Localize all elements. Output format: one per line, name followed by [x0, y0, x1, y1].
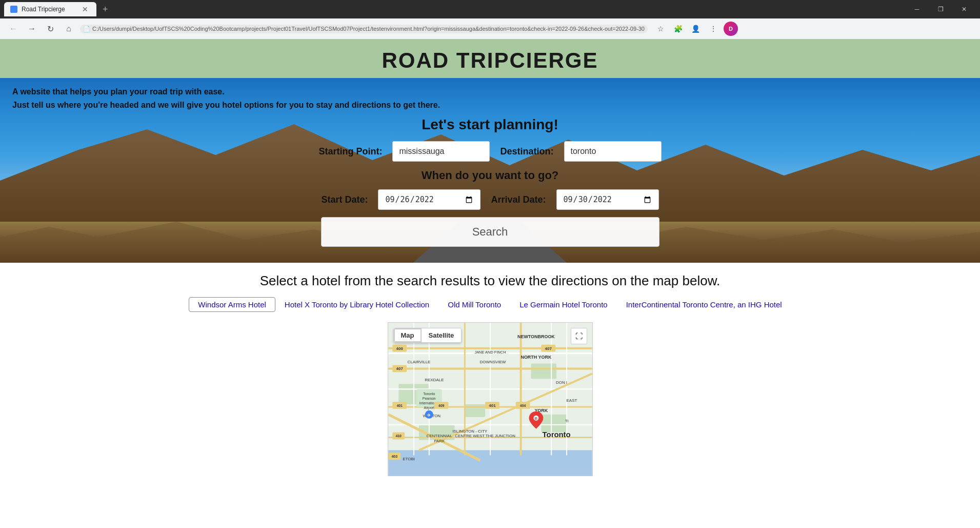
- file-icon: 📄: [83, 26, 90, 32]
- hotel-list: Windsor Arms Hotel Hotel X Toronto by Li…: [0, 297, 980, 312]
- map-svg: 400 407 407 401 NEWTONBROOK NORTH YORK C…: [388, 323, 592, 476]
- svg-text:Pearson: Pearson: [422, 397, 435, 400]
- destination-label: Destination:: [500, 146, 553, 157]
- tab-bar: Road Tripcierge ✕ + ─ ❒ ✕: [0, 0, 980, 18]
- svg-text:EAST: EAST: [566, 398, 577, 403]
- minimize-button[interactable]: ─: [905, 0, 929, 18]
- svg-text:DON I: DON I: [556, 380, 567, 385]
- svg-text:404: 404: [519, 404, 526, 407]
- svg-text:403: 403: [391, 455, 397, 458]
- svg-text:Tl: Tl: [565, 419, 568, 423]
- svg-text:401: 401: [489, 403, 496, 408]
- window-controls: ─ ❒ ✕: [905, 0, 976, 18]
- svg-text:407: 407: [545, 346, 552, 351]
- search-form: Starting Point: Destination: When do you…: [10, 141, 970, 247]
- address-bar-row: ← → ↻ ⌂ 📄 C:/Users/dumpi/Desktop/UofTSCS…: [0, 18, 980, 39]
- hero-section: A website that helps you plan your road …: [0, 78, 980, 263]
- svg-text:407: 407: [396, 366, 403, 371]
- restore-button[interactable]: ❒: [929, 0, 952, 18]
- tagline-2: Just tell us where you're headed and we …: [12, 99, 970, 112]
- svg-text:CENTRE WEST: CENTRE WEST: [455, 434, 485, 439]
- arrival-date-label: Arrival Date:: [491, 194, 546, 205]
- menu-icon[interactable]: ⋮: [706, 22, 721, 36]
- browser-chrome: Road Tripcierge ✕ + ─ ❒ ✕ ← → ↻ ⌂ 📄 C:/U…: [0, 0, 980, 39]
- map-section: Map Satellite ⛶: [0, 317, 980, 486]
- extension-icon[interactable]: 🧩: [671, 22, 686, 36]
- origin-label: Starting Point:: [318, 146, 382, 157]
- secure-indicator: 📄 C:/Users/dumpi/Desktop/UofTSCS%20Codin…: [80, 25, 648, 33]
- svg-rect-6: [541, 415, 567, 433]
- hotel-item-4[interactable]: InterContinental Toronto Centre, an IHG …: [617, 297, 791, 312]
- svg-text:Toronto: Toronto: [423, 392, 435, 396]
- svg-text:PARK: PARK: [434, 439, 445, 443]
- svg-text:NEWTONBROOK: NEWTONBROOK: [517, 334, 554, 339]
- svg-text:Toronto: Toronto: [542, 431, 570, 439]
- start-date-input[interactable]: [378, 189, 481, 210]
- profile-icon[interactable]: 👤: [689, 22, 703, 36]
- svg-rect-3: [531, 363, 556, 379]
- tab-close-button[interactable]: ✕: [80, 4, 90, 14]
- tab-favicon: [10, 6, 17, 13]
- svg-text:400: 400: [396, 346, 403, 351]
- toolbar-icons: ☆ 🧩 👤 ⋮ D: [654, 22, 738, 36]
- map-tab[interactable]: Map: [394, 328, 422, 342]
- svg-text:B: B: [534, 416, 537, 421]
- avatar[interactable]: D: [724, 22, 738, 36]
- hotel-item-1[interactable]: Hotel X Toronto by Library Hotel Collect…: [275, 297, 438, 312]
- start-date-label: Start Date:: [321, 194, 368, 205]
- svg-text:REXDALE: REXDALE: [425, 378, 444, 382]
- tab-title: Road Tripcierge: [22, 6, 76, 13]
- hero-taglines: A website that helps you plan your road …: [10, 78, 970, 111]
- home-button[interactable]: ⌂: [62, 22, 76, 36]
- svg-text:ETOBI: ETOBI: [403, 457, 415, 461]
- search-button-label: Search: [472, 225, 508, 239]
- bookmark-icon[interactable]: ☆: [654, 22, 668, 36]
- map-container[interactable]: Map Satellite ⛶: [388, 322, 593, 476]
- hero-content: A website that helps you plan your road …: [0, 78, 980, 247]
- results-title: Select a hotel from the search results t…: [0, 273, 980, 289]
- results-section: Select a hotel from the search results t…: [0, 263, 980, 317]
- planning-text: Let's start planning!: [10, 116, 970, 133]
- arrival-date-input[interactable]: [556, 189, 659, 210]
- map-controls: Map Satellite: [393, 328, 462, 343]
- back-button[interactable]: ←: [6, 22, 21, 36]
- new-tab-button[interactable]: +: [98, 3, 112, 16]
- svg-text:ISLINGTON - CITY: ISLINGTON - CITY: [452, 429, 487, 434]
- svg-text:CLAIRVILLE: CLAIRVILLE: [407, 360, 430, 364]
- tagline-1: A website that helps you plan your road …: [12, 85, 970, 99]
- reload-button[interactable]: ↻: [43, 22, 57, 36]
- date-row: Start Date: Arrival Date:: [321, 189, 658, 210]
- svg-text:NORTH YORK: NORTH YORK: [521, 355, 551, 360]
- destination-input[interactable]: [564, 141, 662, 162]
- svg-text:410: 410: [395, 435, 402, 438]
- search-button[interactable]: Search: [321, 217, 659, 247]
- date-question: When do you want to go?: [422, 169, 559, 182]
- svg-text:Airport: Airport: [424, 406, 434, 410]
- svg-text:JANE AND FINCH: JANE AND FINCH: [474, 350, 506, 355]
- svg-text:409: 409: [438, 404, 444, 407]
- forward-button[interactable]: →: [25, 22, 39, 36]
- svg-text:401: 401: [396, 404, 403, 407]
- page-content: ROAD TRIPCIERGE A website that helps you…: [0, 39, 980, 486]
- location-row: Starting Point: Destination:: [318, 141, 661, 162]
- svg-text:DOWNSVIEW: DOWNSVIEW: [479, 360, 506, 364]
- hotel-item-2[interactable]: Old Mill Toronto: [438, 297, 510, 312]
- site-header: ROAD TRIPCIERGE: [0, 39, 980, 78]
- site-title: ROAD TRIPCIERGE: [0, 48, 980, 73]
- hotel-item-0[interactable]: Windsor Arms Hotel: [189, 297, 275, 312]
- close-button[interactable]: ✕: [952, 0, 976, 18]
- hotel-item-3[interactable]: Le Germain Hotel Toronto: [510, 297, 616, 312]
- fullscreen-button[interactable]: ⛶: [571, 328, 587, 344]
- svg-text:CENTENNIAL: CENTENNIAL: [426, 434, 452, 439]
- svg-text:THE JUNCTION: THE JUNCTION: [485, 434, 515, 439]
- svg-text:✈: ✈: [427, 413, 431, 418]
- satellite-tab[interactable]: Satellite: [422, 328, 462, 342]
- active-tab[interactable]: Road Tripcierge ✕: [4, 2, 96, 16]
- origin-input[interactable]: [392, 141, 490, 162]
- url-text: C:/Users/dumpi/Desktop/UofTSCS%20Coding%…: [92, 26, 645, 32]
